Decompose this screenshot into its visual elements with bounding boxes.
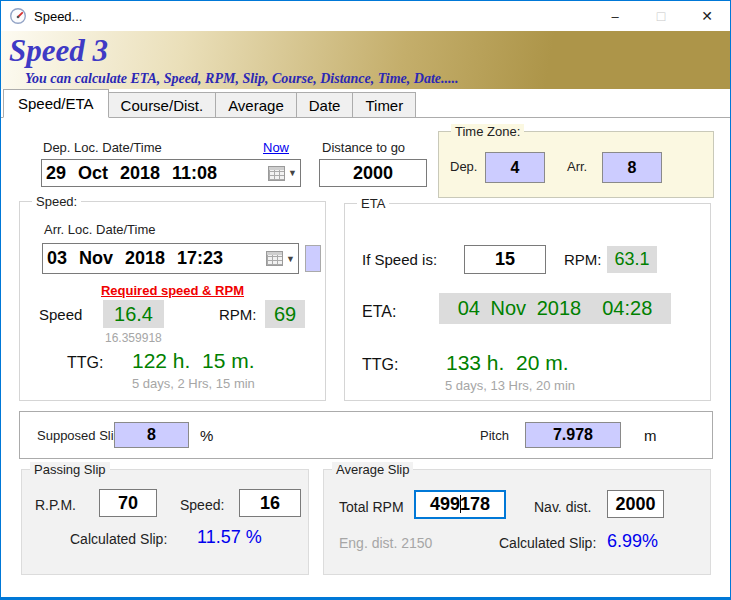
total-rpm-label: Total RPM	[339, 499, 404, 515]
timezone-arr-label: Arr.	[567, 159, 587, 174]
dep-datetime-picker[interactable]: 29 Oct 2018 11:08 ▼	[41, 159, 301, 187]
title-bar: Speed... – □ ✕	[1, 1, 730, 31]
average-calc-slip-value: 6.99%	[607, 531, 658, 552]
timezone-group-title: Time Zone:	[451, 124, 524, 139]
required-rpm-value: 69	[265, 300, 305, 328]
speed-precise-value: 16.359918	[105, 331, 162, 345]
eta-group: ETA If Speed is: RPM: 63.1 ETA: 04 Nov 2…	[344, 203, 711, 401]
maximize-button: □	[638, 1, 684, 31]
speed-group-title: Speed:	[32, 194, 81, 209]
distance-to-go-input[interactable]	[319, 159, 427, 187]
eta-ttg-label: TTG:	[362, 356, 398, 374]
app-banner: Speed 3 You can calculate ETA, Speed, RP…	[1, 31, 730, 89]
timezone-dep-input[interactable]	[485, 152, 545, 183]
app-subtitle: You can calculate ETA, Speed, RPM, Slip,…	[25, 71, 458, 87]
distance-to-go-label: Distance to go	[322, 140, 405, 155]
nav-dist-label: Nav. dist.	[534, 499, 591, 515]
ttg-value: 122 h. 15 m.	[132, 349, 255, 373]
supposed-slip-input[interactable]	[114, 422, 189, 448]
passing-speed-input[interactable]	[239, 489, 301, 517]
average-calc-slip-label: Calculated Slip:	[499, 535, 596, 551]
eta-rpm-label: RPM:	[564, 251, 602, 268]
timezone-arr-input[interactable]	[602, 152, 662, 183]
supposed-slip-label: Supposed Slip	[37, 428, 121, 443]
average-slip-group: Average Slip Total RPM Nav. dist. Eng. d…	[323, 469, 711, 575]
tab-timer[interactable]: Timer	[352, 92, 416, 117]
tab-speed-eta[interactable]: Speed/ETA	[3, 89, 109, 118]
speed-eta-page: Dep. Loc. Date/Time Now 29 Oct 2018 11:0…	[1, 118, 730, 597]
tab-average[interactable]: Average	[215, 92, 297, 117]
tab-strip: Speed/ETA Course/Dist. Average Date Time…	[1, 89, 730, 118]
tab-course-dist[interactable]: Course/Dist.	[108, 92, 217, 117]
passing-calc-slip-value: 11.57 %	[197, 527, 262, 548]
arr-date-side-button[interactable]	[305, 245, 321, 272]
eta-ttg-value: 133 h. 20 m.	[446, 351, 569, 375]
passing-rpm-label: R.P.M.	[35, 497, 76, 513]
nav-dist-input[interactable]	[607, 490, 664, 518]
rpm-label: RPM:	[219, 306, 257, 323]
meter-unit-label: m	[644, 427, 657, 444]
calendar-icon	[268, 166, 285, 181]
percent-unit-label: %	[200, 427, 213, 444]
if-speed-label: If Speed is:	[362, 251, 437, 268]
passing-slip-title: Passing Slip	[30, 462, 110, 477]
eta-rpm-value: 63.1	[607, 246, 657, 273]
average-slip-title: Average Slip	[332, 462, 413, 477]
slip-pitch-panel: Supposed Slip % Pitch m	[19, 411, 713, 459]
dep-datetime-value: 29 Oct 2018 11:08	[42, 163, 268, 184]
now-link[interactable]: Now	[263, 140, 289, 155]
window-title: Speed...	[34, 9, 82, 24]
eta-label: ETA:	[362, 303, 396, 321]
eta-ttg-detail: 5 days, 13 Hrs, 20 min	[445, 378, 575, 393]
arr-datetime-value: 03 Nov 2018 17:23	[43, 248, 266, 269]
passing-speed-label: Speed:	[180, 497, 224, 513]
minimize-button[interactable]: –	[592, 1, 638, 31]
app-window: Speed... – □ ✕ Speed 3 You can calculate…	[0, 0, 731, 600]
pitch-input[interactable]	[525, 422, 621, 448]
dep-datetime-label: Dep. Loc. Date/Time	[43, 140, 162, 155]
ttg-detail: 5 days, 2 Hrs, 15 min	[132, 376, 255, 391]
timezone-dep-label: Dep.	[450, 159, 477, 174]
tab-date[interactable]: Date	[296, 92, 354, 117]
arr-datetime-picker[interactable]: 03 Nov 2018 17:23 ▼	[42, 243, 299, 274]
passing-calc-slip-label: Calculated Slip:	[70, 531, 167, 547]
text-caret	[460, 495, 461, 513]
close-button[interactable]: ✕	[684, 1, 730, 31]
eta-group-title: ETA	[357, 196, 389, 211]
eng-dist-label: Eng. dist. 2150	[339, 535, 432, 551]
chevron-down-icon[interactable]: ▼	[288, 168, 297, 178]
ttg-label: TTG:	[67, 354, 103, 372]
app-title: Speed 3	[9, 33, 108, 69]
required-speed-rpm-label: Required speed & RPM	[101, 283, 244, 298]
speed-group: Speed: Arr. Loc. Date/Time 03 Nov 2018 1…	[19, 201, 326, 401]
chevron-down-icon[interactable]: ▼	[286, 254, 295, 264]
arr-datetime-label: Arr. Loc. Date/Time	[44, 222, 156, 237]
required-speed-value: 16.4	[103, 300, 164, 328]
speed-label: Speed	[39, 306, 82, 323]
passing-slip-group: Passing Slip R.P.M. Speed: Calculated Sl…	[21, 469, 309, 575]
if-speed-input[interactable]	[464, 245, 546, 274]
passing-rpm-input[interactable]	[99, 489, 157, 517]
timezone-group: Time Zone: Dep. Arr.	[438, 131, 714, 198]
pitch-label: Pitch	[480, 428, 509, 443]
speedometer-icon	[9, 7, 27, 25]
eta-value: 04 Nov 2018 04:28	[439, 293, 671, 324]
calendar-icon	[266, 251, 283, 266]
